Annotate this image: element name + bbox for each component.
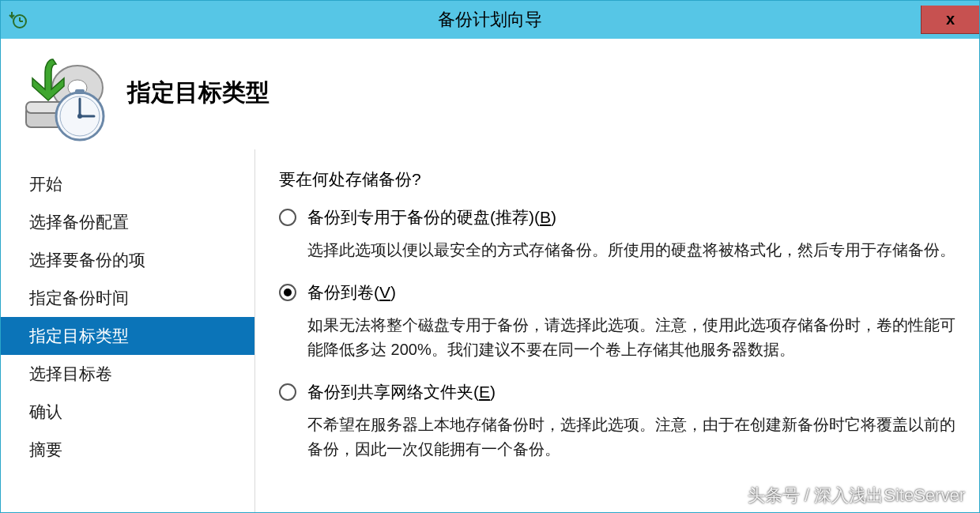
sidebar-item-items[interactable]: 选择要备份的项: [1, 241, 254, 279]
option-volume: 备份到卷(V) 如果无法将整个磁盘专用于备份，请选择此选项。注意，使用此选项存储…: [279, 281, 956, 362]
wizard-window: 备份计划向导 x 指定目标类型 开: [0, 0, 980, 513]
wizard-header: 指定目标类型: [1, 39, 979, 149]
radio-dedicated-disk[interactable]: [279, 209, 296, 226]
svg-point-12: [77, 114, 82, 119]
close-button[interactable]: x: [921, 6, 979, 34]
option-dedicated-disk: 备份到专用于备份的硬盘(推荐)(B) 选择此选项以便以最安全的方式存储备份。所使…: [279, 206, 956, 262]
option-volume-desc: 如果无法将整个磁盘专用于备份，请选择此选项。注意，使用此选项存储备份时，卷的性能…: [307, 313, 956, 362]
wizard-main: 要在何处存储备份? 备份到专用于备份的硬盘(推荐)(B) 选择此选项以便以最安全…: [255, 149, 979, 512]
sidebar-item-dest-type[interactable]: 指定目标类型: [1, 317, 254, 355]
close-icon: x: [946, 10, 955, 28]
step-sidebar: 开始 选择备份配置 选择要备份的项 指定备份时间 指定目标类型 选择目标卷 确认…: [1, 149, 255, 512]
app-icon: [7, 9, 29, 31]
option-dedicated-disk-row[interactable]: 备份到专用于备份的硬盘(推荐)(B): [279, 206, 956, 228]
window-title: 备份计划向导: [1, 8, 979, 32]
option-volume-row[interactable]: 备份到卷(V): [279, 281, 956, 304]
wizard-body: 开始 选择备份配置 选择要备份的项 指定备份时间 指定目标类型 选择目标卷 确认…: [1, 149, 979, 512]
sidebar-item-config[interactable]: 选择备份配置: [1, 203, 254, 241]
radio-volume[interactable]: [279, 284, 296, 301]
option-dedicated-disk-desc: 选择此选项以便以最安全的方式存储备份。所使用的硬盘将被格式化，然后专用于存储备份…: [307, 238, 956, 262]
option-network-share-row[interactable]: 备份到共享网络文件夹(E): [279, 381, 956, 403]
option-volume-label: 备份到卷(V): [307, 281, 396, 304]
sidebar-item-dest-vol[interactable]: 选择目标卷: [1, 355, 254, 393]
sidebar-item-time[interactable]: 指定备份时间: [1, 279, 254, 317]
page-title: 指定目标类型: [127, 77, 270, 109]
sidebar-item-confirm[interactable]: 确认: [1, 393, 254, 431]
sidebar-item-summary[interactable]: 摘要: [1, 431, 254, 469]
sidebar-item-start[interactable]: 开始: [1, 165, 254, 203]
option-network-share: 备份到共享网络文件夹(E) 不希望在服务器上本地存储备份时，选择此选项。注意，由…: [279, 381, 956, 462]
option-dedicated-disk-label: 备份到专用于备份的硬盘(推荐)(B): [307, 206, 556, 228]
option-network-share-label: 备份到共享网络文件夹(E): [307, 381, 496, 403]
wizard-icon: [18, 55, 113, 141]
titlebar: 备份计划向导 x: [1, 1, 979, 39]
dest-question: 要在何处存储备份?: [279, 168, 956, 190]
option-network-share-desc: 不希望在服务器上本地存储备份时，选择此选项。注意，由于在创建新备份时它将覆盖以前…: [307, 413, 956, 462]
radio-network-share[interactable]: [279, 383, 296, 401]
svg-rect-13: [75, 89, 85, 94]
